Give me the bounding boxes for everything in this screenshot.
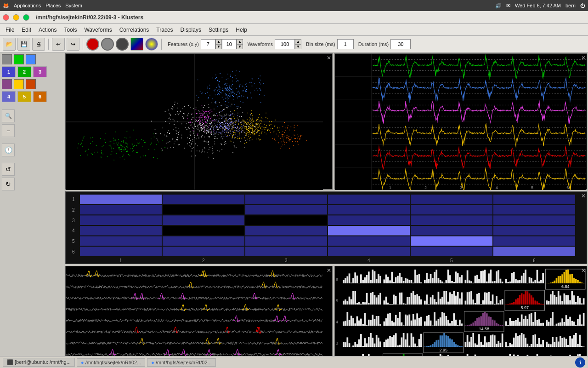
color-yellow[interactable]	[14, 79, 24, 89]
power-icon[interactable]: ⏻	[580, 3, 585, 8]
system-menu[interactable]: System	[65, 3, 82, 8]
features-x-down[interactable]: ▼	[215, 44, 222, 49]
waveforms-label: Waveforms	[248, 41, 273, 47]
undo-button[interactable]: ↩	[52, 38, 65, 51]
sidebar-cluster-row-1: 1 2 3	[2, 66, 62, 77]
histogram-panel[interactable]: ✕	[334, 266, 587, 356]
window-title: /mnt/hgfs/sejtek/nRt/02.22/09-3 - Kluste…	[36, 14, 143, 21]
datetime-display: Wed Feb 6, 7:42 AM	[515, 3, 561, 8]
close-button[interactable]	[3, 14, 9, 21]
sidebar: 1 2 3 4 5 6 🔍 − 🕐 ↺ ↻	[0, 52, 64, 356]
features-y-up[interactable]: ▲	[237, 39, 243, 44]
top-row: ✕ ✕	[64, 52, 588, 190]
status-file2-text: /mnt/hgfs/sejtek/nRt/02...	[156, 360, 212, 365]
sound-icon[interactable]: 🔊	[495, 3, 502, 9]
toolbar: 📂 💾 🖨 ↩ ↪ Features (x,y) ▲ ▼ ▲ ▼ Wavefor…	[0, 36, 588, 52]
waveform-right-close[interactable]: ✕	[581, 55, 586, 61]
correlations-close[interactable]: ✕	[581, 193, 586, 199]
sidebar-cluster-row-2: 4 5 6	[2, 91, 62, 102]
dark-cluster-btn[interactable]	[116, 38, 129, 51]
waveform-right-panel[interactable]: ✕	[334, 53, 587, 190]
traces-close[interactable]: ✕	[327, 267, 331, 274]
menu-tools[interactable]: Tools	[60, 26, 80, 34]
traces-panel[interactable]: ✕ Start time ▲ ▼ ▲ ▼	[65, 266, 333, 356]
multi-cluster-btn[interactable]	[145, 38, 158, 51]
bin-size-input[interactable]	[337, 39, 354, 49]
status-terminal-text: [berri@ubuntu: /mnt/hg...	[15, 359, 71, 365]
save-button[interactable]: 💾	[17, 38, 30, 51]
panels-area: ✕ ✕ ✕ ✕ Start time	[64, 52, 588, 356]
gray-cluster-btn[interactable]	[101, 38, 114, 51]
user-display: berri	[565, 3, 576, 8]
file2-icon: ●	[151, 360, 154, 365]
cluster-btn-4[interactable]: 4	[2, 91, 16, 102]
features-y-down[interactable]: ▼	[237, 44, 243, 49]
color-red[interactable]	[26, 79, 36, 89]
color-green[interactable]	[14, 54, 24, 64]
color-cluster-btn[interactable]	[130, 38, 143, 51]
status-bar: ⬛ [berri@ubuntu: /mnt/hg... ● /mnt/hgfs/…	[0, 356, 588, 368]
time-tool[interactable]: 🕐	[2, 144, 15, 156]
status-file-2[interactable]: ● /mnt/hgfs/sejtek/nRt/02...	[147, 358, 215, 367]
cluster-btn-5[interactable]: 5	[17, 91, 31, 102]
main-area: 1 2 3 4 5 6 🔍 − 🕐 ↺ ↻	[0, 52, 588, 356]
color-blue[interactable]	[26, 54, 36, 64]
system-bar: 🦊 Applications Places System 🔊 ✉ Wed Feb…	[0, 0, 588, 11]
feature-panel-close[interactable]: ✕	[327, 55, 331, 61]
menu-waveforms[interactable]: Waveforms	[80, 26, 115, 34]
histogram-close[interactable]: ✕	[581, 267, 586, 274]
file1-icon: ●	[81, 360, 84, 365]
correlations-panel[interactable]: ✕	[65, 191, 587, 264]
cluster-btn-1[interactable]: 1	[2, 66, 16, 77]
status-file1-text: /mnt/hgfs/sejtek/nRt/02...	[85, 360, 141, 365]
menu-help[interactable]: Help	[232, 26, 251, 34]
waveforms-up[interactable]: ▲	[295, 39, 301, 44]
menu-settings[interactable]: Settings	[205, 26, 232, 34]
bottom-row: ✕ Start time ▲ ▼ ▲ ▼	[64, 265, 588, 356]
rotate-left-tool[interactable]: ↺	[2, 163, 15, 176]
redo-button[interactable]: ↪	[67, 38, 79, 51]
status-terminal[interactable]: ⬛ [berri@ubuntu: /mnt/hg...	[3, 358, 75, 367]
sidebar-color-row-2	[2, 79, 62, 89]
places-menu[interactable]: Places	[45, 3, 61, 8]
terminal-icon: ⬛	[7, 359, 13, 365]
cluster-btn-3[interactable]: 3	[33, 66, 47, 77]
cluster-btn-6[interactable]: 6	[33, 91, 47, 102]
duration-input[interactable]	[390, 39, 411, 49]
title-bar: /mnt/hgfs/sejtek/nRt/02.22/09-3 - Kluste…	[0, 11, 588, 24]
duration-label: Duration (ms)	[358, 41, 389, 47]
firefox-icon: 🦊	[3, 3, 9, 9]
rotate-right-tool[interactable]: ↻	[2, 178, 15, 190]
features-x-up[interactable]: ▲	[215, 39, 222, 44]
menu-file[interactable]: File	[2, 26, 18, 34]
waveforms-down[interactable]: ▼	[295, 44, 301, 49]
features-label: Features (x,y)	[168, 41, 199, 47]
menu-displays[interactable]: Displays	[177, 26, 205, 34]
menu-bar: File Edit Actions Tools Waveforms Correl…	[0, 24, 588, 36]
menu-correlations[interactable]: Correlations	[116, 26, 153, 34]
zoom-out-tool[interactable]: −	[2, 124, 15, 137]
menu-actions[interactable]: Actions	[35, 26, 60, 34]
red-cluster-btn[interactable]	[86, 38, 99, 51]
mail-icon[interactable]: ✉	[506, 3, 510, 9]
feature-scatter-panel[interactable]: ✕	[65, 53, 333, 190]
waveforms-input[interactable]	[275, 39, 295, 49]
color-purple[interactable]	[2, 79, 12, 89]
notification-icon[interactable]: ℹ	[575, 357, 585, 368]
menu-edit[interactable]: Edit	[18, 26, 35, 34]
open-button[interactable]: 📂	[3, 38, 16, 51]
menu-traces[interactable]: Traces	[153, 26, 176, 34]
zoom-in-tool[interactable]: 🔍	[2, 109, 15, 122]
maximize-button[interactable]	[23, 14, 29, 21]
minimize-button[interactable]	[13, 14, 19, 21]
color-gray[interactable]	[2, 54, 12, 64]
sidebar-color-row-1	[2, 54, 62, 64]
features-x-input[interactable]	[201, 39, 215, 49]
features-y-input[interactable]	[222, 39, 237, 49]
applications-menu[interactable]: Applications	[14, 3, 41, 8]
status-file-1[interactable]: ● /mnt/hgfs/sejtek/nRt/02...	[77, 358, 145, 367]
cluster-btn-2[interactable]: 2	[17, 66, 31, 77]
print-button[interactable]: 🖨	[32, 38, 45, 51]
bin-size-label: Bin size (ms)	[306, 41, 335, 47]
